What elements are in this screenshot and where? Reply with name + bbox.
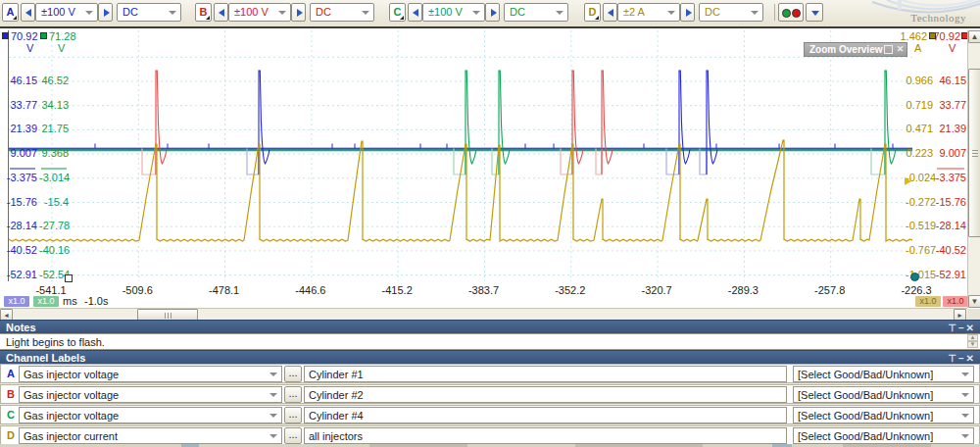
chevron-down-icon <box>278 11 286 15</box>
channel-A-button[interactable]: A <box>2 3 19 22</box>
label-text-field[interactable]: Cylinder #1 <box>304 366 787 382</box>
channel-a-offset-marker[interactable] <box>2 32 9 39</box>
chevron-down-icon <box>961 434 969 438</box>
axis-b-tick: 33.77 <box>935 100 966 111</box>
arrow-right-icon <box>686 9 692 17</box>
channel-letter: B <box>7 388 15 400</box>
channel-a-zero-marker[interactable] <box>10 168 35 170</box>
browse-probes-button[interactable]: ... <box>284 407 302 423</box>
probe-select[interactable]: Gas injector voltage <box>19 366 282 382</box>
channel-D-button[interactable]: D <box>584 3 601 22</box>
axis-d-tick: 0.719 <box>906 100 933 111</box>
vertical-scroll-thumb[interactable] <box>968 69 980 237</box>
channel-C-coupling-select[interactable]: DC <box>504 3 568 22</box>
axis-a-tick: -15.76 <box>0 197 37 208</box>
channel-B-button[interactable]: B <box>195 3 212 22</box>
channel-label-row-D: DGas injector current...all injectors[Se… <box>0 425 980 445</box>
channel-C-range-up-button[interactable] <box>485 3 500 22</box>
label-text-field[interactable]: all injectors <box>304 427 787 444</box>
axis-b-tick: 46.15 <box>935 75 966 86</box>
vertical-scrollbar[interactable]: ▲ ▼ <box>967 30 980 308</box>
channel-D-range-down-button[interactable] <box>603 3 617 22</box>
axis-c-tick: -40.16 <box>39 245 69 256</box>
minimize-icon[interactable]: – <box>958 353 966 364</box>
channel-A-range-up-button[interactable] <box>98 3 113 22</box>
channel-d-zero-marker-icon[interactable] <box>905 177 911 185</box>
axis-d-unit: A <box>914 43 921 54</box>
minimize-icon[interactable]: – <box>958 323 966 333</box>
marker-square-icon[interactable] <box>65 274 73 282</box>
pin-icon[interactable]: ⊤ <box>948 323 958 333</box>
arrow-right-icon <box>104 9 110 17</box>
scope-view: 70.9271.281.46270.92VVAV46.1546.520.9664… <box>0 26 980 320</box>
browse-probes-button[interactable]: ... <box>284 366 302 382</box>
close-icon[interactable]: ✕ <box>966 323 976 333</box>
channel-C-button[interactable]: C <box>389 3 406 22</box>
channel-A-coupling-select[interactable]: DC <box>117 3 181 22</box>
channel-B-coupling-select[interactable]: DC <box>310 3 374 22</box>
restore-icon[interactable] <box>884 45 893 54</box>
trigger-marker-icon[interactable] <box>910 273 919 281</box>
waveform-plot[interactable] <box>8 30 911 281</box>
chevron-down-icon <box>811 11 819 16</box>
channel-A-range-down-button[interactable] <box>21 3 35 22</box>
channel-C-range-down-button[interactable] <box>408 3 422 22</box>
channel-c-zero-marker[interactable] <box>41 168 67 170</box>
assessment-select[interactable]: [Select Good/Bad/Unknown] <box>793 386 974 403</box>
chevron-down-icon <box>961 372 969 376</box>
channel-status-button[interactable] <box>778 3 804 22</box>
scale-badge[interactable]: x1.0 <box>33 296 59 307</box>
label-text-field[interactable]: Cylinder #2 <box>304 386 787 403</box>
scale-badge[interactable]: x1.0 <box>943 296 968 307</box>
channel-c-offset-marker[interactable] <box>40 32 47 39</box>
axis-b-tick: -52.91 <box>935 270 966 280</box>
zoom-overview-titlebar[interactable]: Zoom Overview ✕ <box>804 42 907 57</box>
channel-C-range-select[interactable]: ±100 V <box>422 3 485 22</box>
channel-B-range-down-button[interactable] <box>214 3 228 22</box>
browse-probes-button[interactable]: ... <box>284 386 302 403</box>
chevron-down-icon <box>961 414 969 418</box>
channel-b-zero-marker[interactable] <box>937 168 964 170</box>
axis-b-tick: 21.39 <box>935 124 966 134</box>
browse-probes-button[interactable]: ... <box>284 427 302 444</box>
channel-options-dropdown[interactable] <box>806 3 823 22</box>
axis-a-max-label: 70.92 <box>11 31 38 42</box>
probe-select[interactable]: Gas injector current <box>19 427 282 444</box>
assessment-select[interactable]: [Select Good/Bad/Unknown] <box>793 427 974 444</box>
channel-labels-header[interactable]: Channel Labels ⊤–✕ <box>0 350 980 364</box>
channel-B-range-select[interactable]: ±100 V <box>228 3 291 22</box>
axis-c-tick: 21.75 <box>39 124 69 134</box>
notes-scroll-down[interactable]: ▼ <box>967 341 978 348</box>
arrow-right-icon <box>491 9 497 17</box>
scroll-up-button[interactable]: ▲ <box>968 30 980 43</box>
channel-B-range-up-button[interactable] <box>291 3 306 22</box>
scale-badge[interactable]: x1.0 <box>915 296 941 307</box>
scale-badge[interactable]: x1.0 <box>4 296 29 307</box>
pin-icon[interactable]: ⊤ <box>948 353 958 364</box>
label-text-field[interactable]: Cylinder #4 <box>304 407 787 423</box>
axis-a-tick: 9.007 <box>0 148 37 159</box>
channel-A-range-select[interactable]: ±100 V <box>35 3 98 22</box>
notes-text-area[interactable]: Light begins to flash. <box>0 333 980 350</box>
assessment-select[interactable]: [Select Good/Bad/Unknown] <box>793 366 974 382</box>
notes-scroll-up[interactable]: ▲ <box>967 334 978 341</box>
arrow-right-icon <box>297 9 303 17</box>
notes-header[interactable]: Notes ⊤–✕ <box>0 320 980 333</box>
channel-label-row-A: AGas injector voltage...Cylinder #1[Sele… <box>0 364 980 383</box>
channel-D-coupling-select[interactable]: DC <box>699 3 763 22</box>
time-axis-tick: -257.8 <box>801 284 859 296</box>
channel-D-range-up-button[interactable] <box>680 3 695 22</box>
close-icon[interactable]: ✕ <box>966 353 976 364</box>
scroll-down-button[interactable]: ▼ <box>968 295 980 308</box>
close-icon[interactable]: ✕ <box>896 45 905 54</box>
assessment-select[interactable]: [Select Good/Bad/Unknown] <box>793 407 974 423</box>
time-axis-tick: -289.3 <box>713 284 772 296</box>
waveform-svg <box>9 30 912 281</box>
notes-text: Light begins to flash. <box>6 336 105 348</box>
probe-select[interactable]: Gas injector voltage <box>19 386 282 403</box>
probe-select[interactable]: Gas injector voltage <box>19 407 282 423</box>
axis-d-tick: -0.767 <box>906 245 933 256</box>
axis-a-unit: V <box>26 43 33 54</box>
channel-D-range-select[interactable]: ±2 A <box>617 3 680 22</box>
notes-mini-scrollbar[interactable]: ▲ ▼ <box>967 334 978 349</box>
